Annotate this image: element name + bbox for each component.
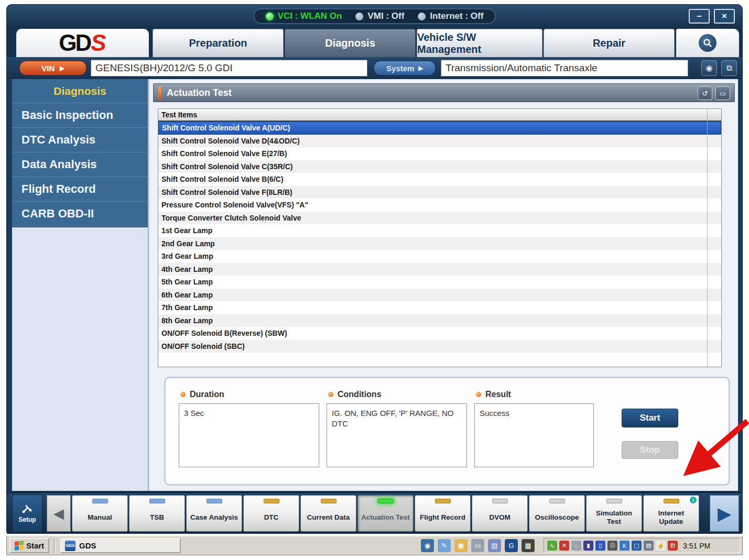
toolbar-scroll-left-icon[interactable]: ◀ [47, 495, 71, 532]
toolbar-button-actuation-test[interactable]: Actuation Test [357, 495, 414, 532]
tab-repair[interactable]: Repair [544, 29, 675, 57]
media-player-icon[interactable]: ◉ [421, 539, 434, 552]
test-item-label: 8th Gear Lamp [161, 316, 213, 325]
printer-icon[interactable]: ▤ [644, 541, 654, 551]
test-item-label: Shift Control Solenoid Valve A(UD/C) [162, 124, 290, 132]
toolbar-button-tsb[interactable]: TSB [129, 495, 185, 532]
table-row[interactable]: ON/OFF Solenoid (SBC) [158, 340, 721, 353]
collapse-panel-icon[interactable]: ▭ [715, 86, 730, 100]
title-bar: VCI : WLAN On VMI : Off Internet : Off –… [7, 5, 742, 28]
update-agent-icon[interactable]: K [620, 541, 629, 551]
sidebar-item-label: Basic Inspection [21, 108, 113, 122]
status-vmi: VMI : Off [355, 11, 404, 21]
toolbar-button-label: Case Analysis [188, 503, 240, 531]
table-row[interactable]: ON/OFF Solenoid B(Reverse) (SBW) [158, 327, 721, 340]
table-row[interactable]: 1st Gear Lamp [158, 224, 721, 237]
usb-device-icon[interactable]: ▮ [583, 541, 593, 551]
tab-vehicle-s-w-management[interactable]: Vehicle S/W Management [417, 29, 542, 57]
test-item-label: Pressure Control Solenoid Valve(VFS) "A" [161, 201, 308, 209]
tab-diagnosis[interactable]: Diagnosis [285, 29, 416, 57]
bullet-icon [180, 392, 186, 397]
tab-preparation[interactable]: Preparation [153, 29, 284, 57]
vin-button[interactable]: VIN ▶ [19, 61, 86, 75]
toolbar-button-current-data[interactable]: Current Data [300, 495, 356, 532]
toolbar-button-dtc[interactable]: DTC [243, 495, 299, 532]
toolbar-button-manual[interactable]: Manual [72, 495, 128, 532]
touch-input-icon[interactable]: ☝ [656, 541, 666, 551]
messenger-icon[interactable]: ✎ [438, 539, 451, 552]
volume-icon[interactable]: ◌ [571, 541, 581, 551]
security-agent-icon[interactable]: ۞ [607, 541, 617, 551]
sidebar-item-flight-record[interactable]: Flight Record [12, 177, 148, 202]
address-book-icon[interactable]: ▤ [488, 539, 501, 552]
test-item-label: Shift Control Solenoid Valve D(4&OD/C) [161, 137, 300, 145]
sidebar-item-label: Flight Record [21, 182, 96, 196]
start-label: Start [26, 541, 44, 550]
table-row[interactable]: Pressure Control Solenoid Valve(VFS) "A" [158, 199, 721, 212]
folder-icon[interactable]: ▣ [454, 539, 468, 552]
table-row[interactable]: 2nd Gear Lamp [158, 237, 721, 250]
vehicle-input[interactable]: GENESIS(BH)/2012/G 5.0 GDI [91, 60, 367, 76]
sidebar-item-basic-inspection[interactable]: Basic Inspection [12, 103, 148, 128]
table-row[interactable]: Shift Control Solenoid Valve A(UD/C) [158, 122, 721, 135]
table-row[interactable]: 8th Gear Lamp [158, 314, 721, 327]
photo-viewer-icon[interactable]: ▦ [522, 539, 535, 552]
table-row[interactable]: 3rd Gear Lamp [158, 250, 721, 263]
test-item-label: Shift Control Solenoid Valve F(8LR/B) [161, 188, 292, 196]
table-header: Test Items [158, 109, 721, 122]
test-detail-panel: Duration 3 Sec Conditions IG. ON, ENG OF… [164, 377, 730, 486]
retry-icon[interactable]: ↺ [698, 86, 712, 100]
system-button[interactable]: System ▶ [374, 61, 436, 75]
toolbar-button-simulation-test[interactable]: Simulation Test [586, 495, 642, 532]
system-arrow-icon: ▶ [418, 65, 422, 72]
windows-logo-icon [15, 541, 24, 551]
toolbar-button-flight-record[interactable]: Flight Record [415, 495, 471, 532]
start-button[interactable]: Start [622, 409, 678, 427]
test-item-label: Shift Control Solenoid Valve C(35R/C) [161, 162, 292, 171]
setup-button[interactable]: Setup [12, 495, 42, 532]
toolbar-button-oscilloscope[interactable]: Oscilloscope [529, 495, 585, 532]
table-row[interactable]: Shift Control Solenoid Valve F(8LR/B) [158, 186, 721, 199]
status-indicator-icon [664, 499, 679, 503]
capture-icon[interactable]: ◉ [701, 60, 717, 76]
table-row[interactable]: Shift Control Solenoid Valve B(6/C) [158, 173, 721, 186]
duration-label: Duration [180, 390, 224, 399]
network-drive-icon[interactable]: ▯ [595, 541, 605, 551]
start-menu-button[interactable]: Start [9, 538, 49, 553]
table-row[interactable]: Torque Converter Clutch Solenoid Valve [158, 212, 721, 225]
table-scroll-column-divider [707, 109, 708, 367]
system-input[interactable]: Transmission/Automatic Transaxle [441, 60, 688, 76]
table-row[interactable]: 4th Gear Lamp [158, 263, 721, 276]
stop-button[interactable]: Stop [622, 441, 678, 459]
wireless-signal-icon[interactable]: ϟ [547, 541, 557, 551]
sidebar-item-dtc-analysis[interactable]: DTC Analysis [12, 128, 148, 152]
gds-launcher-icon[interactable]: G [505, 539, 518, 552]
search-tab[interactable] [676, 29, 739, 57]
table-row[interactable]: Shift Control Solenoid Valve E(27/B) [158, 147, 721, 160]
sidebar-item-data-analysis[interactable]: Data Analysis [12, 152, 148, 177]
minimize-button[interactable]: – [689, 9, 710, 24]
table-row[interactable]: Shift Control Solenoid Valve D(4&OD/C) [158, 135, 721, 148]
display-settings-icon[interactable]: ▢ [632, 541, 642, 551]
table-row[interactable]: 6th Gear Lamp [158, 289, 721, 302]
audio-muted-icon[interactable]: ✕ [559, 541, 569, 551]
toolbar-button-internet-update[interactable]: Internet Update i [643, 495, 699, 532]
test-item-label: ON/OFF Solenoid (SBC) [161, 342, 245, 350]
close-button[interactable]: × [714, 9, 735, 24]
table-row[interactable]: 5th Gear Lamp [158, 276, 721, 289]
toolbar-button-case-analysis[interactable]: Case Analysis [186, 495, 242, 532]
table-row[interactable]: Shift Control Solenoid Valve C(35R/C) [158, 160, 721, 173]
dual-display-icon[interactable]: ⧉ [721, 60, 737, 76]
table-row[interactable]: 7th Gear Lamp [158, 301, 721, 314]
toolbar-button-dvom[interactable]: DVOM [472, 495, 528, 532]
sidebar-item-carb-obd-ii[interactable]: CARB OBD-II [12, 202, 148, 226]
status-indicator-icon [492, 499, 508, 503]
taskbar-app-gds[interactable]: GDS GDS [60, 538, 181, 553]
computer-icon[interactable]: ▭ [471, 539, 484, 552]
language-bar-icon[interactable]: 한 [668, 541, 678, 551]
test-item-label: Shift Control Solenoid Valve B(6/C) [161, 175, 284, 183]
vin-button-label: VIN [41, 64, 55, 73]
toolbar-scroll-right-icon[interactable]: ▶ [710, 495, 739, 532]
status-dot-icon [266, 13, 274, 20]
test-item-label: 5th Gear Lamp [161, 278, 213, 286]
